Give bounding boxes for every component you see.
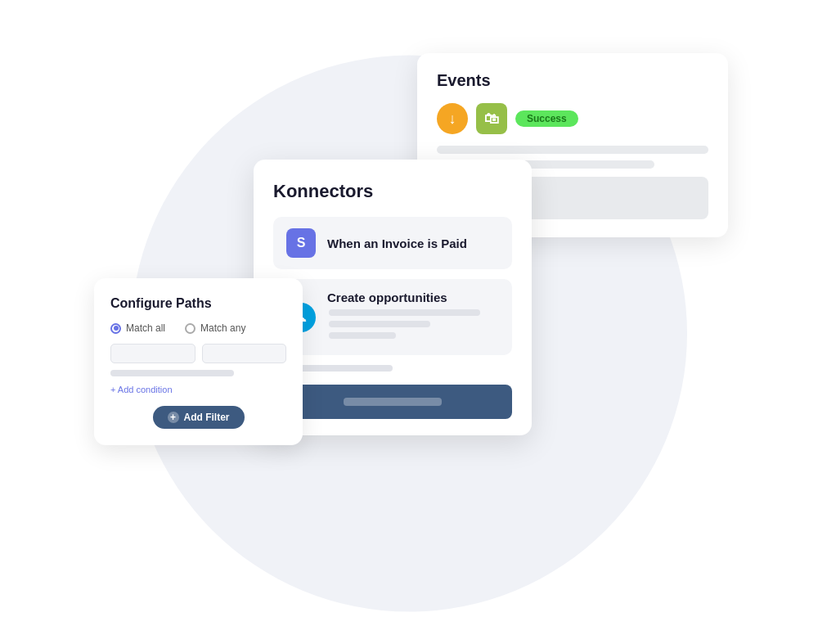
plus-icon: + (168, 412, 179, 423)
events-icons-row: ↓ 🛍 Success (437, 103, 708, 134)
events-title: Events (437, 71, 708, 90)
sub-line-2 (329, 321, 430, 327)
radio-dot-any (185, 323, 196, 334)
configure-title: Configure Paths (110, 296, 286, 311)
success-badge: Success (515, 110, 578, 127)
radio-match-any[interactable]: Match any (185, 322, 245, 334)
cta-bar[interactable] (273, 385, 512, 419)
radio-match-all[interactable]: Match all (110, 322, 165, 334)
add-filter-button[interactable]: + Add Filter (153, 406, 245, 429)
konnector-2-label: Create opportunities (327, 290, 499, 304)
konnector-item-2[interactable]: ☁ Create opportunities (273, 279, 512, 355)
konnector-2-sublines (327, 309, 499, 339)
radio-dot-all (110, 323, 121, 334)
sub-line-3 (329, 332, 396, 339)
konnector-1-label: When an Invoice is Paid (327, 236, 467, 250)
konnector-item-1[interactable]: S When an Invoice is Paid (273, 217, 512, 269)
shopify-icon: 🛍 (476, 103, 507, 134)
stripe-icon: S (286, 228, 316, 258)
radio-row: Match all Match any (110, 322, 286, 334)
configure-paths-card: Configure Paths Match all Match any + Ad… (94, 278, 303, 445)
input-pair-1 (110, 344, 286, 363)
events-line-1 (437, 146, 708, 154)
add-condition-link[interactable]: + Add condition (110, 385, 286, 394)
orange-icon: ↓ (437, 103, 468, 134)
gray-pill (110, 370, 234, 376)
cta-bar-inner (344, 398, 442, 406)
scene: Events ↓ 🛍 Success Konnectors S When an … (0, 0, 818, 644)
konnectors-title: Konnectors (273, 181, 512, 202)
sub-line-1 (329, 309, 480, 316)
input-field-2[interactable] (202, 344, 287, 363)
input-field-1[interactable] (110, 344, 196, 363)
